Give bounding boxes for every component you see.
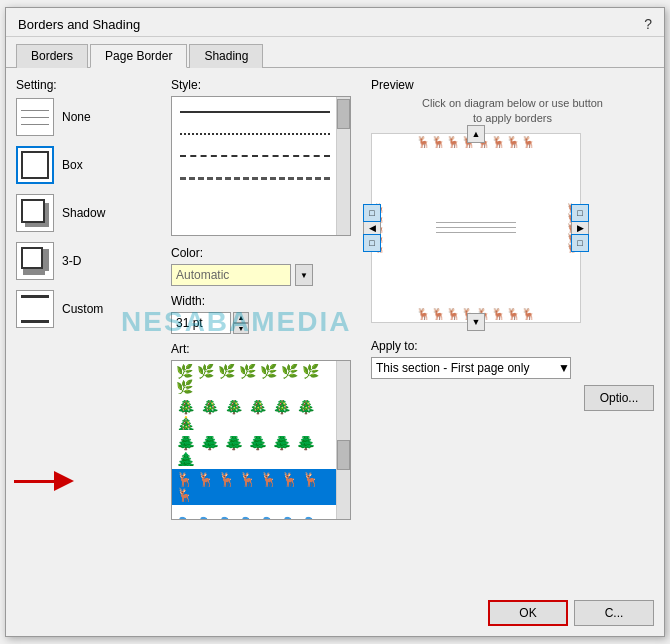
dialog: Borders and Shading ? Borders Page Borde… xyxy=(5,7,665,637)
title-bar: Borders and Shading ? xyxy=(6,8,664,37)
bottom-bar: OK C... xyxy=(488,600,654,626)
setting-3d[interactable]: 3-D xyxy=(16,242,161,280)
setting-none[interactable]: None xyxy=(16,98,161,136)
art-panel: Art: 🌿🌿🌿🌿🌿🌿🌿🌿 🎄🎄🎄🎄🎄🎄🎄 🌲🌲🌲🌲🌲🌲🌲 xyxy=(171,342,351,520)
width-label: Width: xyxy=(171,294,351,308)
help-button[interactable]: ? xyxy=(644,16,652,32)
style-line-dashed-sm[interactable] xyxy=(172,145,350,167)
preview-topright-arrow[interactable]: □ xyxy=(571,204,589,222)
width-row: 31 pt ▲ ▼ xyxy=(171,312,351,334)
art-item-4[interactable]: 🦌🦌🦌🦌🦌🦌🦌🦌 xyxy=(172,469,350,505)
setting-label: Setting: xyxy=(16,78,161,92)
preview-topleft-arrow[interactable]: □ xyxy=(363,204,381,222)
art-item-1[interactable]: 🌿🌿🌿🌿🌿🌿🌿🌿 xyxy=(172,361,350,397)
art-item-5[interactable]: 🎭🎭🎭🎭🎭🎭🎭 xyxy=(172,505,350,520)
tab-borders[interactable]: Borders xyxy=(16,44,88,68)
preview-panel: Preview Click on diagram below or use bu… xyxy=(361,78,654,596)
setting-none-icon xyxy=(16,98,54,136)
art-list-scrollbar[interactable] xyxy=(336,361,350,519)
preview-bottomleft-arrow[interactable]: □ xyxy=(363,234,381,252)
setting-box-label: Box xyxy=(62,158,83,172)
color-label: Color: xyxy=(171,246,351,260)
apply-to-select[interactable]: This section - First page only ▼ xyxy=(371,357,571,379)
color-dropdown-btn[interactable]: ▼ xyxy=(295,264,313,286)
style-list-scrollbar[interactable] xyxy=(336,97,350,235)
tab-shading[interactable]: Shading xyxy=(189,44,263,68)
art-item-2[interactable]: 🎄🎄🎄🎄🎄🎄🎄 xyxy=(172,397,350,433)
tab-bar: Borders Page Border Shading xyxy=(6,37,664,68)
tab-page-border[interactable]: Page Border xyxy=(90,44,187,68)
style-line-solid[interactable] xyxy=(172,101,350,123)
preview-bottomright-arrow[interactable]: □ xyxy=(571,234,589,252)
art-list[interactable]: 🌿🌿🌿🌿🌿🌿🌿🌿 🎄🎄🎄🎄🎄🎄🎄 🌲🌲🌲🌲🌲🌲🌲 🦌🦌🦌🦌🦌🦌🦌🦌 xyxy=(171,360,351,520)
arrow-indicator xyxy=(14,471,74,491)
width-spin-up[interactable]: ▲ xyxy=(233,312,249,323)
preview-title: Preview xyxy=(371,78,654,92)
width-spinner: ▲ ▼ xyxy=(233,312,249,334)
options-button[interactable]: Optio... xyxy=(584,385,654,411)
ok-button[interactable]: OK xyxy=(488,600,568,626)
width-spin-down[interactable]: ▼ xyxy=(233,323,249,334)
art-item-3[interactable]: 🌲🌲🌲🌲🌲🌲🌲 xyxy=(172,433,350,469)
setting-none-label: None xyxy=(62,110,91,124)
dialog-title: Borders and Shading xyxy=(18,17,140,32)
setting-shadow[interactable]: Shadow xyxy=(16,194,161,232)
width-input[interactable]: 31 pt xyxy=(171,312,231,334)
preview-hint: Click on diagram below or use buttonto a… xyxy=(371,96,654,127)
setting-box-icon xyxy=(16,146,54,184)
setting-box[interactable]: Box xyxy=(16,146,161,184)
setting-3d-icon xyxy=(16,242,54,280)
setting-panel: Setting: None Box xyxy=(16,78,161,596)
style-panel: Style: xyxy=(161,78,361,596)
setting-shadow-icon xyxy=(16,194,54,232)
setting-custom-icon xyxy=(16,290,54,328)
style-list[interactable] xyxy=(171,96,351,236)
apply-to-chevron: ▼ xyxy=(558,361,570,375)
setting-custom-label: Custom xyxy=(62,302,103,316)
preview-top-arrow[interactable]: ▲ xyxy=(467,125,485,143)
color-row: Automatic ▼ xyxy=(171,264,351,286)
color-input[interactable]: Automatic xyxy=(171,264,291,286)
setting-3d-label: 3-D xyxy=(62,254,81,268)
preview-bottom-arrow[interactable]: ▼ xyxy=(467,313,485,331)
content-area: Setting: None Box xyxy=(6,68,664,606)
cancel-button[interactable]: C... xyxy=(574,600,654,626)
preview-box[interactable]: 🦌🦌🦌🦌🦌🦌🦌🦌 🦌🦌🦌🦌🦌🦌🦌🦌 🦌🦌🦌🦌🦌 🦌🦌🦌🦌🦌 ▲ ◀ ▶ ▼ xyxy=(371,133,581,323)
style-line-dotted[interactable] xyxy=(172,123,350,145)
style-label: Style: xyxy=(171,78,351,92)
style-line-dashed-lg[interactable] xyxy=(172,167,350,189)
art-label: Art: xyxy=(171,342,351,356)
setting-shadow-label: Shadow xyxy=(62,206,105,220)
apply-to-label: Apply to: xyxy=(371,339,654,353)
setting-custom[interactable]: Custom xyxy=(16,290,161,328)
